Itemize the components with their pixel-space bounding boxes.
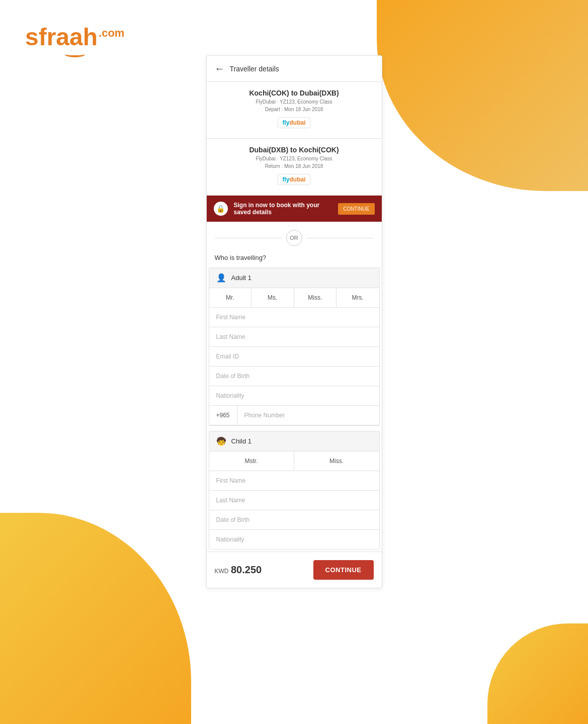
flight-2-route: Dubai(DXB) to Kochi(COK): [215, 146, 374, 154]
flight-1-depart: Depart : Mon 18 Jun 2018: [215, 107, 374, 112]
title-child-miss[interactable]: Miss.: [294, 451, 379, 471]
flight-1-logo: flydubai: [278, 117, 310, 128]
signin-banner: 🔒 Sign in now to book with your saved de…: [207, 196, 382, 222]
adult-1-label: Adult 1: [231, 274, 251, 282]
or-label: OR: [286, 230, 302, 246]
logo-brand: sfraah.com: [25, 25, 124, 49]
back-button[interactable]: ←: [215, 63, 225, 74]
who-travelling-label: Who is travelling?: [207, 254, 382, 267]
page-title: Traveller details: [230, 65, 279, 73]
child-icon: 🧒: [216, 436, 226, 446]
bg-decoration-top-right: [377, 0, 588, 191]
child-1-header: 🧒 Child 1: [209, 431, 379, 451]
bg-decoration-bottom-right: [487, 623, 588, 724]
or-line-left: [215, 238, 282, 238]
child-title-selector: Mstr. Miss.: [209, 451, 379, 471]
adult-dob-field[interactable]: Date of Birth: [209, 367, 379, 386]
flight-2-airline: FlyDubai · YZ123, Economy Class: [215, 156, 374, 161]
child-first-name-field[interactable]: First Name: [209, 471, 379, 491]
adult-1-section: 👤 Adult 1 Mr. Ms. Miss. Mrs. First Name …: [209, 267, 380, 426]
logo: sfraah.com: [25, 25, 124, 57]
flight-2-logo: flydubai: [278, 174, 310, 185]
bg-decoration-bottom-left: [0, 513, 191, 724]
adult-email-field[interactable]: Email ID: [209, 347, 379, 367]
child-dob-field[interactable]: Date of Birth: [209, 510, 379, 530]
flight-2-info: Dubai(DXB) to Kochi(COK) FlyDubai · YZ12…: [207, 139, 382, 196]
title-mrs[interactable]: Mrs.: [337, 288, 379, 307]
title-miss[interactable]: Miss.: [294, 288, 337, 307]
adult-1-header: 👤 Adult 1: [209, 268, 379, 288]
child-last-name-field[interactable]: Last Name: [209, 491, 379, 510]
price-display: KWD 80.250: [215, 564, 262, 576]
flight-2-depart: Return : Mon 18 Jun 2018: [215, 163, 374, 169]
child-1-label: Child 1: [231, 437, 251, 445]
phone-prefix: +965: [209, 406, 237, 425]
lock-icon: 🔒: [214, 202, 228, 216]
card-header: ← Traveller details: [207, 56, 382, 82]
signin-text: Sign in now to book with your saved deta…: [234, 202, 332, 216]
title-mstr[interactable]: Mstr.: [209, 451, 294, 471]
flight-1-route: Kochi(COK) to Dubai(DXB): [215, 89, 374, 97]
signin-continue-button[interactable]: CONTINUE: [338, 203, 374, 215]
or-line-right: [306, 238, 374, 238]
child-section-wrapper: 🧒 Child 1 Mstr. Miss. First Name Last Na…: [207, 431, 382, 550]
title-mr[interactable]: Mr.: [209, 288, 252, 307]
phone-number-input[interactable]: Phone Number: [237, 406, 379, 425]
adult-nationality-field[interactable]: Nationality: [209, 386, 379, 406]
continue-button[interactable]: CONTINUE: [313, 560, 374, 580]
title-ms[interactable]: Ms.: [251, 288, 294, 307]
adult-first-name-field[interactable]: First Name: [209, 308, 379, 327]
child-1-section: 🧒 Child 1 Mstr. Miss. First Name Last Na…: [209, 431, 380, 550]
child-nationality-field[interactable]: Nationality: [209, 530, 379, 549]
card-footer: KWD 80.250 CONTINUE: [207, 552, 382, 588]
adult-last-name-field[interactable]: Last Name: [209, 327, 379, 347]
adult-title-selector: Mr. Ms. Miss. Mrs.: [209, 288, 379, 308]
adult-icon: 👤: [216, 273, 226, 283]
price-value: 80.250: [231, 564, 262, 575]
adult-phone-field[interactable]: +965 Phone Number: [209, 406, 379, 425]
logo-smile-icon: [65, 51, 85, 57]
price-currency: KWD: [215, 568, 229, 575]
traveller-details-card: ← Traveller details Kochi(COK) to Dubai(…: [206, 55, 382, 588]
flight-1-info: Kochi(COK) to Dubai(DXB) FlyDubai · YZ12…: [207, 82, 382, 139]
flight-1-airline: FlyDubai · YZ123, Economy Class: [215, 99, 374, 105]
or-divider: OR: [207, 222, 382, 254]
